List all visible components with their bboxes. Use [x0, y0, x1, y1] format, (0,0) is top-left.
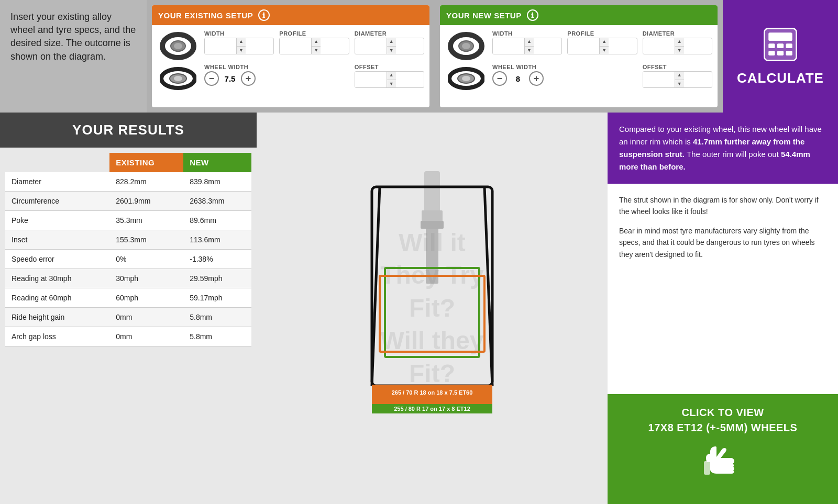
- results-table-wrapper: EXISTING NEW Diameter 828.2mm 839.8mm Ci…: [0, 148, 257, 352]
- row-label: Arch gap loss: [5, 327, 109, 346]
- new-profile-down[interactable]: ▼: [600, 47, 609, 55]
- existing-width-up[interactable]: ▲: [237, 38, 246, 47]
- existing-offset-input[interactable]: 60: [355, 72, 387, 87]
- svg-rect-22: [426, 221, 438, 284]
- row-new: -1.38%: [183, 250, 251, 269]
- existing-width-spinner[interactable]: 265 ▲ ▼: [204, 38, 274, 54]
- new-width-down[interactable]: ▼: [525, 47, 534, 55]
- new-offset-input[interactable]: 12: [643, 72, 675, 87]
- existing-profile-spinbtn[interactable]: ▲ ▼: [311, 38, 321, 54]
- calculate-button[interactable]: CALCULATE: [723, 0, 838, 113]
- row-existing: 2601.9mm: [109, 192, 183, 211]
- highlight-mid: The outer rim will poke out: [685, 150, 781, 159]
- new-diameter-down[interactable]: ▼: [675, 47, 684, 55]
- existing-width-down[interactable]: ▼: [237, 47, 246, 55]
- existing-setup-body: WIDTH 265 ▲ ▼ PROFILE 70: [152, 25, 429, 98]
- new-diameter-input[interactable]: 17: [643, 38, 675, 54]
- existing-wheelwidth-value: 7.5: [222, 74, 238, 83]
- new-diameter-spinner[interactable]: 17 ▲ ▼: [643, 38, 712, 54]
- new-profile-group: PROFILE 80 ▲ ▼: [567, 30, 637, 60]
- row-new: 839.8mm: [183, 172, 251, 192]
- existing-profile-up[interactable]: ▲: [312, 38, 321, 47]
- new-tyre-top-icon: [448, 30, 484, 62]
- new-width-input[interactable]: 255: [493, 38, 524, 54]
- new-offset-up[interactable]: ▲: [675, 71, 684, 80]
- existing-offset-spinbtn[interactable]: ▲ ▼: [387, 71, 396, 88]
- new-wheelwidth-minus[interactable]: −: [492, 71, 507, 86]
- calculator-icon: [762, 26, 799, 65]
- row-label: Inset: [5, 230, 109, 250]
- existing-tyre-images: [157, 30, 199, 93]
- new-diameter-label: DIAMETER: [643, 30, 712, 37]
- diagram-svg-wrapper: 265 / 70 R 18 on 18 x 7.5 ET60 255 / 80 …: [343, 171, 521, 445]
- existing-profile-label: PROFILE: [279, 30, 349, 37]
- note2: Bear in mind most tyre manufacturers var…: [619, 225, 826, 260]
- diagram-label2: 255 / 80 R 17 on 17 x 8 ET12: [394, 406, 470, 412]
- diagram-panel: Will itThey TryFit?Will theyFit?: [257, 113, 608, 504]
- svg-point-8: [462, 43, 470, 49]
- new-profile-spinner[interactable]: 80 ▲ ▼: [567, 38, 637, 54]
- new-width-spinner[interactable]: 255 ▲ ▼: [492, 38, 562, 54]
- new-wheelwidth-plus[interactable]: +: [529, 71, 544, 86]
- existing-profile-spinner[interactable]: 70 ▲ ▼: [279, 38, 349, 54]
- row-existing: 0mm: [109, 308, 183, 327]
- new-info-icon[interactable]: ℹ: [527, 9, 538, 21]
- new-wheelwidth-label: WHEEL WIDTH: [492, 64, 637, 70]
- new-profile-up[interactable]: ▲: [600, 38, 609, 47]
- new-profile-spinbtn[interactable]: ▲ ▼: [599, 38, 609, 54]
- results-header-row: EXISTING NEW: [5, 153, 251, 172]
- svg-rect-19: [786, 51, 792, 55]
- existing-offset-spinner[interactable]: 60 ▲ ▼: [355, 71, 424, 88]
- new-offset-down[interactable]: ▼: [675, 80, 684, 88]
- existing-profile-down[interactable]: ▼: [312, 47, 321, 55]
- highlight-box: Compared to your existing wheel, this ne…: [608, 113, 838, 184]
- existing-diameter-spinbtn[interactable]: ▲ ▼: [387, 38, 396, 54]
- new-offset-spinbtn[interactable]: ▲ ▼: [675, 71, 684, 88]
- svg-point-5: [174, 76, 182, 81]
- existing-wheelwidth-plus[interactable]: +: [241, 71, 256, 86]
- existing-info-icon[interactable]: ℹ: [258, 9, 270, 21]
- existing-wheelwidth-minus[interactable]: −: [204, 71, 219, 86]
- row-label: Speedo error: [5, 250, 109, 269]
- existing-diameter-input[interactable]: 18: [355, 38, 387, 54]
- table-row: Inset 155.3mm 113.6mm: [5, 230, 251, 250]
- row-new: 5.8mm: [183, 308, 251, 327]
- existing-diameter-down[interactable]: ▼: [387, 47, 396, 55]
- existing-diameter-up[interactable]: ▲: [387, 38, 396, 47]
- results-panel: YOUR RESULTS EXISTING NEW Diameter 828.2…: [0, 113, 257, 504]
- ctv-title: CLICK TO VIEW: [618, 407, 828, 419]
- svg-rect-13: [768, 32, 792, 41]
- existing-width-spinbtn[interactable]: ▲ ▼: [236, 38, 246, 54]
- svg-rect-14: [768, 43, 775, 48]
- results-title: YOUR RESULTS: [0, 113, 257, 148]
- results-table-body: Diameter 828.2mm 839.8mm Circumference 2…: [5, 172, 251, 346]
- existing-width-group: WIDTH 265 ▲ ▼: [204, 30, 274, 60]
- existing-width-input[interactable]: 265: [205, 38, 236, 54]
- row-label: Reading at 30mph: [5, 269, 109, 288]
- svg-rect-18: [777, 51, 784, 55]
- new-wheel-icon: [448, 64, 484, 93]
- results-col-existing: EXISTING: [109, 153, 183, 172]
- new-profile-input[interactable]: 80: [568, 38, 599, 54]
- new-width-spinbtn[interactable]: ▲ ▼: [524, 38, 534, 54]
- new-width-label: WIDTH: [492, 30, 562, 37]
- new-width-up[interactable]: ▲: [525, 38, 534, 47]
- table-row: Reading at 30mph 30mph 29.59mph: [5, 269, 251, 288]
- row-new: 59.17mph: [183, 288, 251, 308]
- new-diameter-up[interactable]: ▲: [675, 38, 684, 47]
- existing-diameter-label: DIAMETER: [355, 30, 424, 37]
- svg-point-2: [174, 43, 182, 49]
- click-to-view-button[interactable]: CLICK TO VIEW 17X8 ET12 (+-5MM) WHEELS: [608, 394, 838, 504]
- new-offset-spinner[interactable]: 12 ▲ ▼: [643, 71, 712, 88]
- existing-diameter-spinner[interactable]: 18 ▲ ▼: [355, 38, 424, 54]
- bottom-section: YOUR RESULTS EXISTING NEW Diameter 828.2…: [0, 113, 838, 504]
- existing-tyre-top-icon: [160, 30, 196, 62]
- existing-diameter-group: DIAMETER 18 ▲ ▼: [355, 30, 424, 60]
- existing-offset-down[interactable]: ▼: [387, 80, 396, 88]
- new-diameter-spinbtn[interactable]: ▲ ▼: [675, 38, 684, 54]
- new-offset-group: OFFSET 12 ▲ ▼: [643, 64, 712, 93]
- existing-profile-input[interactable]: 70: [280, 38, 311, 54]
- existing-offset-up[interactable]: ▲: [387, 71, 396, 80]
- new-setup-header: YOUR NEW SETUP ℹ: [440, 5, 718, 25]
- results-table: EXISTING NEW Diameter 828.2mm 839.8mm Ci…: [5, 153, 251, 346]
